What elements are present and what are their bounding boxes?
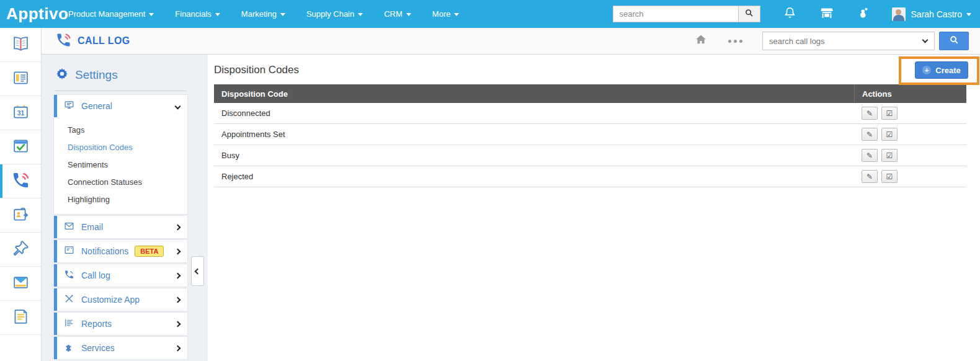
pencil-icon: ✎	[866, 110, 873, 117]
edit-button[interactable]: ✎	[862, 170, 878, 183]
table-row: Appointments Set ✎ ☑	[214, 124, 966, 145]
rail-item-notes[interactable]	[0, 301, 41, 335]
settings-section-reports: Reports	[54, 313, 187, 335]
verify-button[interactable]: ☑	[881, 107, 898, 120]
settings-section-email: Email	[54, 216, 187, 238]
chevron-left-icon	[195, 268, 201, 274]
chevron-right-icon	[175, 345, 181, 351]
contact-card-icon	[11, 205, 30, 226]
settings-section-call-log-header[interactable]: Call log	[54, 264, 187, 287]
divider	[55, 91, 187, 91]
apptivo-logo[interactable]: Apptivo	[0, 4, 63, 24]
rail-item-news[interactable]	[0, 28, 41, 62]
more-options-button[interactable]	[728, 40, 742, 43]
global-search	[613, 6, 760, 22]
table-row: Disconnected ✎ ☑	[214, 103, 966, 124]
avatar-head	[896, 9, 901, 15]
section-label: Customize App	[81, 295, 140, 305]
settings-panel: Settings General Tags Disposition Codes …	[42, 55, 208, 361]
call-log-search-input[interactable]	[762, 32, 935, 50]
table-row: Rejected ✎ ☑	[214, 166, 966, 187]
menu-product-management[interactable]: Product Management	[68, 9, 154, 19]
section-label: Call log	[81, 270, 110, 280]
verify-button[interactable]: ☑	[881, 170, 898, 183]
verify-button[interactable]: ☑	[881, 149, 898, 162]
newspaper-icon	[11, 68, 30, 90]
menu-financials[interactable]: Financials	[175, 9, 220, 19]
settings-item-disposition-codes[interactable]: Disposition Codes	[68, 138, 187, 156]
column-header-disposition-code: Disposition Code	[214, 89, 854, 99]
feedback-button[interactable]	[857, 6, 871, 22]
rail-item-campaigns[interactable]	[0, 62, 41, 96]
general-subitems: Tags Disposition Codes Sentiments Connec…	[54, 117, 187, 214]
edit-button[interactable]: ✎	[862, 149, 878, 162]
global-search-input[interactable]	[613, 6, 738, 22]
page-app-title: CALL LOG	[78, 35, 130, 47]
create-button[interactable]: + Create	[915, 61, 968, 79]
gear-icon	[55, 67, 69, 83]
menu-label: CRM	[384, 9, 403, 19]
menu-marketing[interactable]: Marketing	[241, 9, 285, 19]
settings-item-sentiments[interactable]: Sentiments	[68, 156, 187, 173]
top-navbar: Apptivo Product Management Financials Ma…	[0, 0, 980, 28]
settings-section-email-header[interactable]: Email	[54, 216, 187, 238]
search-icon	[949, 35, 960, 48]
settings-item-connection-statuses[interactable]: Connection Statuses	[68, 173, 187, 190]
user-avatar[interactable]	[892, 7, 906, 21]
user-menu[interactable]: Sarah Castro	[911, 9, 962, 19]
app-store-button[interactable]	[819, 6, 834, 23]
edit-button[interactable]: ✎	[862, 107, 878, 120]
chevron-down-icon	[175, 103, 181, 109]
search-icon	[744, 8, 754, 20]
settings-section-notifications: Notifications BETA	[54, 240, 187, 262]
section-label: Services	[81, 343, 115, 353]
column-header-actions: Actions	[854, 84, 966, 103]
phone-icon	[11, 171, 30, 192]
settings-section-services-header[interactable]: Services	[54, 337, 187, 359]
store-icon	[819, 6, 834, 23]
table-header-row: Disposition Code Actions	[214, 84, 966, 103]
table-row: Busy ✎ ☑	[214, 145, 966, 166]
chevron-right-icon	[175, 296, 181, 303]
panel-collapse-button[interactable]	[191, 256, 204, 286]
report-lines-icon	[64, 318, 74, 331]
notifications-bell-button[interactable]	[783, 6, 797, 22]
person-dot-icon	[857, 6, 871, 22]
disposition-code-value: Busy	[214, 151, 854, 160]
rail-item-contacts[interactable]	[0, 198, 41, 233]
settings-item-highlighting[interactable]: Highlighting	[68, 190, 187, 208]
rail-item-pins[interactable]	[0, 233, 41, 267]
rail-item-calendar[interactable]: 31	[0, 96, 41, 130]
settings-section-reports-header[interactable]: Reports	[54, 313, 187, 335]
menu-more[interactable]: More	[432, 9, 460, 19]
call-log-search	[762, 32, 935, 50]
pencil-icon: ✎	[866, 131, 873, 138]
home-button[interactable]	[693, 33, 708, 49]
pencil-icon: ✎	[866, 173, 873, 180]
call-log-search-button[interactable]	[939, 32, 969, 50]
settings-section-general-header[interactable]: General	[54, 95, 187, 117]
edit-button[interactable]: ✎	[862, 128, 878, 141]
settings-section-customize-app-header[interactable]: Customize App	[54, 288, 187, 311]
menu-supply-chain[interactable]: Supply Chain	[306, 9, 363, 19]
rail-item-call-log[interactable]	[0, 164, 41, 198]
verify-button[interactable]: ☑	[881, 128, 898, 141]
menu-label: Financials	[175, 9, 212, 19]
calendar-31-icon: 31	[11, 102, 30, 124]
global-search-button[interactable]	[738, 6, 760, 22]
rail-item-emails[interactable]	[0, 267, 41, 301]
section-label: Notifications	[81, 246, 128, 256]
notification-panel-icon	[64, 245, 74, 258]
menu-label: More	[432, 9, 451, 19]
main-content: Disposition Codes + Create Disposition C…	[208, 55, 980, 361]
phone-icon	[64, 269, 74, 282]
settings-item-tags[interactable]: Tags	[68, 121, 187, 138]
rail-item-tasks[interactable]	[0, 130, 41, 164]
settings-section-call-log: Call log	[54, 264, 187, 287]
settings-section-notifications-header[interactable]: Notifications BETA	[54, 240, 187, 262]
section-label: Reports	[81, 319, 112, 329]
menu-crm[interactable]: CRM	[384, 9, 411, 19]
disposition-code-value: Appointments Set	[214, 130, 854, 139]
menu-label: Product Management	[68, 9, 145, 19]
settings-header: Settings	[42, 55, 208, 91]
